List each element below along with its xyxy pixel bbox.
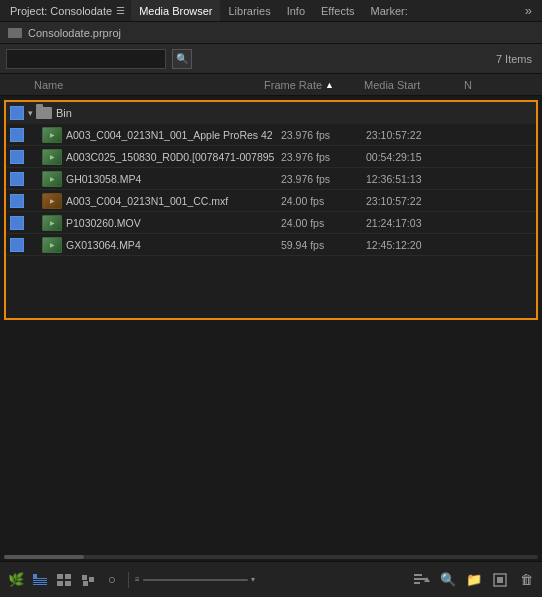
svg-rect-12 [414,574,422,576]
row-checkbox-0[interactable] [10,128,24,142]
file-thumb-2 [42,171,62,187]
svg-rect-14 [414,582,420,584]
trash-icon[interactable]: 🗑 [516,570,536,590]
tab-more-button[interactable]: » [519,3,538,18]
file-name-1: A003C025_150830_R0D0.[0078471-007895 [66,151,281,163]
video-icon-4 [42,215,62,231]
file-row[interactable]: A003C025_150830_R0D0.[0078471-007895 23.… [6,146,536,168]
file-mediastart-5: 12:45:12:20 [366,239,456,251]
row-checkbox-1[interactable] [10,150,24,164]
col-header-n[interactable]: N [464,79,504,91]
bottom-right-icons: 🔍 📁 🗑 [412,570,536,590]
svg-rect-5 [57,574,63,579]
tab-bar: Project: Consolodate ☰ Media Browser Lib… [0,0,542,22]
file-thumb-3 [42,193,62,209]
file-framerate-4: 24.00 fps [281,217,366,229]
automate-icon[interactable] [490,570,510,590]
row-checkbox-5[interactable] [10,238,24,252]
tab-project[interactable]: Project: Consolodate ☰ [4,5,131,17]
mxf-icon-3 [42,193,62,209]
items-count: 7 Items [496,53,536,65]
bin-label: Bin [56,107,72,119]
file-thumb-1 [42,149,62,165]
magnifier-icon[interactable]: 🔍 [438,570,458,590]
folder-icon-bottom[interactable]: 📁 [464,570,484,590]
slider-track[interactable] [143,579,248,581]
file-framerate-2: 23.976 fps [281,173,366,185]
circle-icon[interactable]: ○ [102,570,122,590]
row-checkbox-3[interactable] [10,194,24,208]
svg-rect-17 [497,577,503,583]
file-framerate-3: 24.00 fps [281,195,366,207]
separator-1 [128,572,129,588]
file-row[interactable]: A003_C004_0213N1_001_Apple ProRes 42 23.… [6,124,536,146]
sort-icon[interactable] [412,570,432,590]
freeform-icon[interactable] [78,570,98,590]
bottom-bar: 🌿 ○ ≡ ▾ [0,561,542,597]
row-checkbox-4[interactable] [10,216,24,230]
project-tab-label: Project: Consolodate [10,5,112,17]
expand-arrow-icon[interactable]: ▾ [28,108,33,118]
slider-arrow-icon: ▾ [251,575,255,584]
project-icon [8,28,22,38]
file-mediastart-2: 12:36:51:13 [366,173,456,185]
svg-rect-6 [65,574,71,579]
empty-area [0,324,542,589]
file-row[interactable]: GX013064.MP4 59.94 fps 12:45:12:20 [6,234,536,256]
search-input[interactable] [6,49,166,69]
tab-marker[interactable]: Marker: [362,0,415,21]
bin-row[interactable]: ▾ Bin [6,102,536,124]
svg-rect-1 [33,578,47,579]
icon-view-icon[interactable] [54,570,74,590]
column-headers: Name Frame Rate ▲ Media Start N [0,74,542,96]
zoom-slider[interactable]: ≡ ▾ [135,575,255,584]
scrollbar-track [4,555,538,559]
search-bar: 🔍 7 Items [0,44,542,74]
video-icon-5 [42,237,62,253]
file-row[interactable]: P1030260.MOV 24.00 fps 21:24:17:03 [6,212,536,234]
file-row[interactable]: GH013058.MP4 23.976 fps 12:36:51:13 [6,168,536,190]
video-icon-1 [42,149,62,165]
folder-icon [36,107,52,119]
slider-min-icon: ≡ [135,575,140,584]
file-list-area: ▾ Bin A003_C004_0213N1_001_Apple ProRes … [4,100,538,320]
tab-media-browser[interactable]: Media Browser [131,0,220,21]
search-icon-button[interactable]: 🔍 [172,49,192,69]
project-menu-icon[interactable]: ☰ [116,5,125,16]
file-mediastart-1: 00:54:29:15 [366,151,456,163]
bin-checkbox[interactable] [10,106,24,120]
svg-rect-11 [83,581,88,586]
file-name-0: A003_C004_0213N1_001_Apple ProRes 42 [66,129,281,141]
svg-rect-13 [414,578,426,580]
col-header-framerate[interactable]: Frame Rate ▲ [264,79,364,91]
list-view-icon[interactable] [30,570,50,590]
file-row[interactable]: A003_C004_0213N1_001_CC.mxf 24.00 fps 23… [6,190,536,212]
file-mediastart-4: 21:24:17:03 [366,217,456,229]
new-item-icon[interactable]: 🌿 [6,570,26,590]
svg-rect-10 [89,577,94,582]
row-checkbox-2[interactable] [10,172,24,186]
file-name-5: GX013064.MP4 [66,239,281,251]
file-name-3: A003_C004_0213N1_001_CC.mxf [66,195,281,207]
file-thumb-5 [42,237,62,253]
col-header-mediastart[interactable]: Media Start [364,79,464,91]
horizontal-scrollbar[interactable] [0,553,542,561]
project-filename: Consolodate.prproj [28,27,121,39]
tab-effects[interactable]: Effects [313,0,362,21]
col-header-name[interactable]: Name [4,79,264,91]
file-framerate-1: 23.976 fps [281,151,366,163]
svg-rect-0 [33,574,37,578]
file-framerate-0: 23.976 fps [281,129,366,141]
file-thumb-0 [42,127,62,143]
svg-rect-3 [33,582,47,583]
file-framerate-5: 59.94 fps [281,239,366,251]
file-mediastart-3: 23:10:57:22 [366,195,456,207]
svg-rect-9 [82,575,87,580]
video-icon-0 [42,127,62,143]
tab-libraries[interactable]: Libraries [220,0,278,21]
file-name-2: GH013058.MP4 [66,173,281,185]
file-rows-container: A003_C004_0213N1_001_Apple ProRes 42 23.… [6,124,536,256]
tab-info[interactable]: Info [279,0,313,21]
scrollbar-thumb[interactable] [4,555,84,559]
file-thumb-4 [42,215,62,231]
